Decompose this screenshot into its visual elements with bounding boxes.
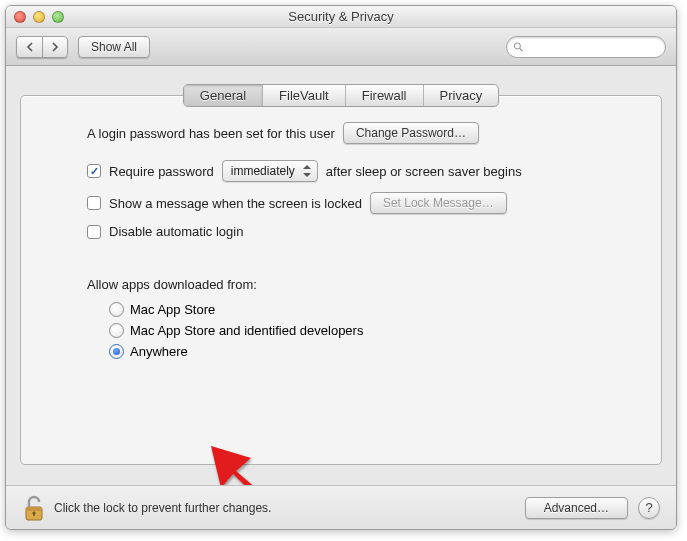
search-input[interactable] <box>528 40 659 54</box>
svg-rect-3 <box>26 507 42 511</box>
close-icon[interactable] <box>14 11 26 23</box>
tab-filevault[interactable]: FileVault <box>263 85 346 106</box>
general-pane: A login password has been set for this u… <box>20 95 662 465</box>
radio-mac-app-store[interactable] <box>109 302 124 317</box>
show-message-label: Show a message when the screen is locked <box>109 196 362 211</box>
svg-rect-5 <box>33 513 35 516</box>
require-password-checkbox[interactable] <box>87 164 101 178</box>
preferences-window: Security & Privacy Show All General File… <box>5 5 677 530</box>
lock-text: Click the lock to prevent further change… <box>54 501 271 515</box>
tab-general[interactable]: General <box>184 85 263 106</box>
show-message-checkbox[interactable] <box>87 196 101 210</box>
tabs: General FileVault Firewall Privacy <box>183 84 499 107</box>
require-password-label: Require password <box>109 164 214 179</box>
forward-button[interactable] <box>42 36 68 58</box>
disable-autologin-checkbox[interactable] <box>87 225 101 239</box>
allow-apps-label: Allow apps downloaded from: <box>87 277 639 292</box>
radio-mac-app-store-developers[interactable] <box>109 323 124 338</box>
zoom-icon[interactable] <box>52 11 64 23</box>
change-password-button[interactable]: Change Password… <box>343 122 479 144</box>
radio-mac-app-store-developers-label: Mac App Store and identified developers <box>130 323 363 338</box>
show-all-button[interactable]: Show All <box>78 36 150 58</box>
advanced-button[interactable]: Advanced… <box>525 497 628 519</box>
lock-icon[interactable] <box>22 494 46 522</box>
disable-autologin-label: Disable automatic login <box>109 224 243 239</box>
footer: Click the lock to prevent further change… <box>6 485 676 529</box>
radio-mac-app-store-label: Mac App Store <box>130 302 215 317</box>
login-password-text: A login password has been set for this u… <box>87 126 335 141</box>
tab-privacy[interactable]: Privacy <box>424 85 499 106</box>
set-lock-message-button[interactable]: Set Lock Message… <box>370 192 507 214</box>
toolbar: Show All <box>6 28 676 66</box>
titlebar: Security & Privacy <box>6 6 676 28</box>
back-button[interactable] <box>16 36 42 58</box>
radio-anywhere-label: Anywhere <box>130 344 188 359</box>
content: General FileVault Firewall Privacy A log… <box>6 66 676 465</box>
nav-segment <box>16 36 68 58</box>
radio-anywhere[interactable] <box>109 344 124 359</box>
search-icon <box>513 41 524 53</box>
minimize-icon[interactable] <box>33 11 45 23</box>
svg-point-0 <box>514 42 520 48</box>
traffic-lights <box>14 11 64 23</box>
require-password-delay-select[interactable]: immediately <box>222 160 318 182</box>
search-field[interactable] <box>506 36 666 58</box>
help-button[interactable]: ? <box>638 497 660 519</box>
require-password-after: after sleep or screen saver begins <box>326 164 522 179</box>
svg-line-1 <box>520 48 523 51</box>
window-title: Security & Privacy <box>6 9 676 24</box>
tab-firewall[interactable]: Firewall <box>346 85 424 106</box>
